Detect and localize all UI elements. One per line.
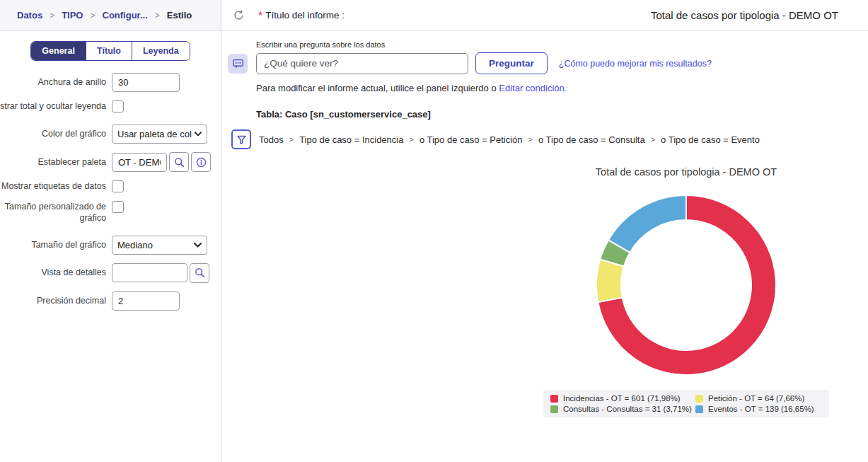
chart-color-select[interactable]: Usar paleta de color — [112, 125, 207, 144]
palette-search-button[interactable] — [169, 152, 189, 172]
chart-color-label: Color del gráfico — [0, 128, 112, 139]
filter-separator: > — [651, 135, 655, 144]
legend-item-eventos-ot[interactable]: Eventos - OT = 139 (16,65%) — [695, 405, 822, 413]
legend-item-incidencias-ot[interactable]: Incidencias - OT = 601 (71,98%) — [550, 394, 695, 403]
sidebar-breadcrumb: Datos>TIPO>Configur...>Estilo — [0, 0, 221, 31]
form-row-precision: Precisión decimal — [0, 291, 221, 311]
filter-condition-o-tipo-de-caso-peticion[interactable]: o Tipo de caso = Petición — [419, 134, 523, 145]
chart-legend: Incidencias - OT = 601 (71,98%)Petición … — [543, 390, 829, 417]
show-total-checkbox[interactable] — [112, 100, 124, 112]
legend-label: Eventos - OT = 139 (16,65%) — [708, 405, 814, 413]
breadcrumb-item-datos[interactable]: Datos — [17, 10, 42, 21]
tab-leyenda[interactable]: Leyenda — [132, 42, 190, 60]
form-row-data-labels: Mostrar etiquetas de datos — [0, 180, 221, 192]
show-total-label: Mostrar total y ocultar leyenda — [0, 100, 112, 112]
form-row-custom-size: Tamaño personalizado de gráfico — [0, 201, 221, 224]
legend-label: Consultas - Consultas = 31 (3,71%) — [563, 405, 692, 413]
chart-size-select-value: Mediano — [117, 240, 153, 250]
modify-hint: Para modificar el informe actual, utilic… — [256, 83, 868, 93]
form-row-set-palette: Establecer paleta — [0, 152, 221, 172]
legend-swatch — [550, 395, 558, 403]
refresh-button[interactable] — [228, 6, 248, 25]
search-icon — [195, 267, 205, 278]
legend-swatch — [550, 405, 558, 413]
breadcrumb-item-configur[interactable]: Configur... — [103, 10, 148, 21]
chevron-down-icon — [194, 243, 202, 248]
data-labels-label: Mostrar etiquetas de datos — [0, 180, 112, 192]
modify-hint-text: Para modificar el informe actual, utilic… — [256, 83, 497, 93]
chart-size-label: Tamaño del gráfico — [0, 239, 112, 250]
edit-condition-link[interactable]: Editar condición. — [499, 83, 567, 93]
tab-general[interactable]: General — [31, 42, 86, 60]
style-settings-panel: GeneralTítuloLeyenda Anchura de anillo M… — [0, 31, 221, 462]
palette-input[interactable] — [112, 153, 167, 172]
report-title-label: Título del informe : — [265, 10, 345, 21]
drilldown-search-button[interactable] — [190, 263, 209, 283]
filter-funnel-icon — [236, 134, 247, 145]
legend-item-peticion-ot[interactable]: Petición - OT = 64 (7,66%) — [695, 394, 822, 403]
donut-slice-eventos-ot[interactable] — [608, 195, 686, 253]
report-header: * Título del informe : Total de casos po… — [221, 0, 868, 31]
drilldown-input[interactable] — [112, 263, 187, 282]
legend-item-consultas-consultas[interactable]: Consultas - Consultas = 31 (3,71%) — [550, 405, 695, 413]
improve-results-link[interactable]: ¿Cómo puedo mejorar mis resultados? — [559, 59, 712, 69]
legend-label: Incidencias - OT = 601 (71,98%) — [563, 394, 681, 403]
breadcrumb-separator: > — [50, 11, 54, 21]
form-row-chart-color: Color del gráfico Usar paleta de color — [0, 125, 221, 144]
chart-title: Total de casos por tipologia - DEMO OT — [509, 166, 863, 178]
breadcrumb-separator: > — [90, 11, 95, 21]
filter-condition-todos[interactable]: Todos — [259, 134, 284, 145]
legend-swatch — [695, 395, 703, 403]
form-row-chart-size: Tamaño del gráfico Mediano — [0, 236, 221, 255]
form-row-show-total: Mostrar total y ocultar leyenda — [0, 100, 221, 112]
filter-separator: > — [528, 135, 533, 144]
palette-info-button[interactable] — [191, 152, 211, 172]
precision-label: Precisión decimal — [0, 295, 112, 306]
table-info: Tabla: Caso [sn_customerservice_case] — [256, 109, 868, 120]
filter-separator: > — [409, 135, 413, 144]
style-tabs: GeneralTítuloLeyenda — [30, 41, 190, 61]
chat-bubble-icon — [228, 54, 248, 74]
filter-condition-tipo-de-caso-incidencia[interactable]: Tipo de caso = Incidencia — [299, 134, 403, 145]
breadcrumb-item-estilo: Estilo — [167, 10, 192, 21]
filter-button[interactable] — [231, 129, 251, 149]
custom-size-label: Tamaño personalizado de gráfico — [0, 201, 112, 224]
legend-label: Petición - OT = 64 (7,66%) — [708, 394, 804, 403]
style-sidebar: Datos>TIPO>Configur...>Estilo GeneralTít… — [0, 0, 221, 462]
donut-chart — [594, 193, 778, 377]
breadcrumb-separator: > — [155, 11, 160, 21]
filter-condition-trail: Todos>Tipo de caso = Incidencia>o Tipo d… — [259, 134, 760, 145]
filter-separator: > — [289, 135, 294, 144]
ask-button[interactable]: Preguntar — [475, 52, 548, 74]
ask-label: Escribir una pregunta sobre los datos — [256, 40, 868, 49]
form-row-ring-width: Anchura de anillo — [0, 73, 221, 92]
refresh-icon — [233, 9, 245, 21]
tab-titulo[interactable]: Título — [86, 42, 132, 60]
breadcrumb-item-tipo[interactable]: TIPO — [62, 10, 83, 21]
chart-block: Total de casos por tipologia - DEMO OT I… — [509, 166, 863, 417]
ask-section: Escribir una pregunta sobre los datos Pr… — [221, 31, 868, 93]
required-asterisk: * — [258, 11, 262, 22]
filter-condition-o-tipo-de-caso-consulta[interactable]: o Tipo de caso = Consulta — [538, 134, 645, 145]
custom-size-checkbox[interactable] — [112, 201, 124, 213]
ring-width-input[interactable] — [112, 73, 180, 92]
filter-row: Todos>Tipo de caso = Incidencia>o Tipo d… — [231, 129, 868, 149]
question-input[interactable] — [256, 53, 468, 74]
precision-input[interactable] — [112, 291, 180, 311]
chart-size-select[interactable]: Mediano — [112, 236, 207, 255]
data-labels-checkbox[interactable] — [112, 180, 124, 192]
report-designer: Datos>TIPO>Configur...>Estilo GeneralTít… — [0, 0, 868, 462]
filter-condition-o-tipo-de-caso-evento[interactable]: o Tipo de caso = Evento — [661, 134, 760, 145]
info-icon — [196, 157, 207, 168]
ring-width-label: Anchura de anillo — [0, 76, 112, 88]
set-palette-label: Establecer paleta — [0, 156, 112, 168]
chart-color-select-value: Usar paleta de color — [117, 129, 192, 139]
search-icon — [174, 157, 185, 168]
report-title-value: Total de casos por tipologia - DEMO OT — [651, 9, 838, 21]
report-main: * Título del informe : Total de casos po… — [221, 0, 868, 462]
chevron-down-icon — [195, 132, 202, 137]
form-row-drilldown: Vista de detalles — [0, 263, 221, 283]
legend-swatch — [695, 405, 703, 413]
drilldown-label: Vista de detalles — [0, 267, 112, 278]
